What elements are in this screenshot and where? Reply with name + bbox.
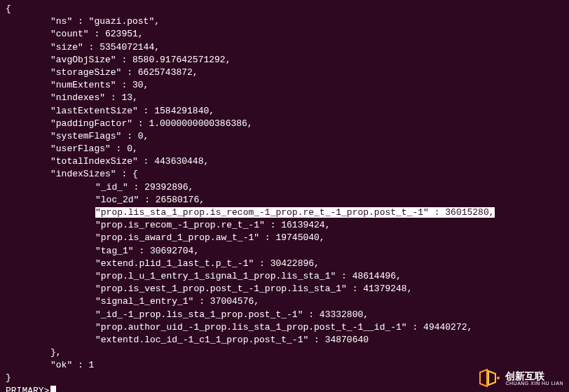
json-field-systemflags: "systemFlags" : 0,: [6, 130, 563, 143]
watermark-text-sub: CHUANG XIN HU LIAN: [505, 381, 563, 386]
json-field-numextents: "numExtents" : 30,: [6, 79, 563, 92]
terminal-prompt: PRIMARY>: [6, 385, 49, 392]
json-index-author: "prop.author_uid_-1_prop.lis_sta_1_prop.…: [6, 321, 563, 334]
json-index-id-lis: "_id_-1_prop.lis_sta_1_prop.post_t_-1" :…: [6, 309, 563, 321]
json-field-nindexes: "nindexes" : 13,: [6, 92, 563, 104]
json-index-recom: "prop.is_recom_-1_prop.re_t_-1" : 161394…: [6, 219, 563, 232]
json-index-id: "_id_" : 29392896,: [6, 181, 563, 194]
json-index-extentd: "extentd.loc_id_-1_c1_1_prop.post_t_-1" …: [6, 334, 563, 346]
json-index-lu: "prop.l_u_1_entry_1_signal_1_prop.lis_st…: [6, 270, 563, 283]
json-index-vest: "prop.is_vest_1_prop.post_t_-1_prop.lis_…: [6, 283, 563, 295]
json-field-indexsizes-close: },: [6, 346, 563, 359]
json-index-loc2d: "loc_2d" : 26580176,: [6, 194, 563, 206]
json-open-brace: {: [6, 3, 563, 15]
json-field-size: "size" : 5354072144,: [6, 41, 563, 54]
watermark-text: 创新互联 CHUANG XIN HU LIAN: [505, 371, 563, 386]
json-field-storagesize: "storageSize" : 6625743872,: [6, 66, 563, 79]
json-field-totalindexsize: "totalIndexSize" : 443630448,: [6, 155, 563, 168]
json-index-highlighted-row: "prop.lis_sta_1_prop.is_recom_-1_prop.re…: [6, 206, 563, 219]
json-field-count: "count" : 623951,: [6, 28, 563, 41]
json-field-indexsizes-open: "indexSizes" : {: [6, 168, 563, 181]
json-index-tag: "tag_1" : 30692704,: [6, 245, 563, 258]
json-field-ns: "ns" : "guazi.post",: [6, 15, 563, 28]
watermark-text-main: 创新互联: [505, 371, 563, 381]
json-index-extend-plid: "extend.plid_1_last_t.p_t_-1" : 30422896…: [6, 258, 563, 270]
json-index-signal: "signal_1_entry_1" : 37004576,: [6, 295, 563, 308]
watermark-logo-icon: [479, 368, 502, 388]
json-index-award: "prop.is_award_1_prop.aw_t_-1" : 1974504…: [6, 232, 563, 244]
watermark: 创新互联 CHUANG XIN HU LIAN: [479, 368, 563, 388]
highlighted-text[interactable]: "prop.lis_sta_1_prop.is_recom_-1_prop.re…: [95, 207, 495, 218]
json-field-lastextentsize: "lastExtentSize" : 1584291840,: [6, 105, 563, 118]
svg-point-0: [497, 377, 500, 379]
json-field-paddingfactor: "paddingFactor" : 1.0000000000386386,: [6, 118, 563, 130]
json-field-avgobjsize: "avgObjSize" : 8580.917642571292,: [6, 54, 563, 66]
json-field-userflags: "userFlags" : 0,: [6, 143, 563, 155]
terminal-cursor: [50, 386, 56, 392]
